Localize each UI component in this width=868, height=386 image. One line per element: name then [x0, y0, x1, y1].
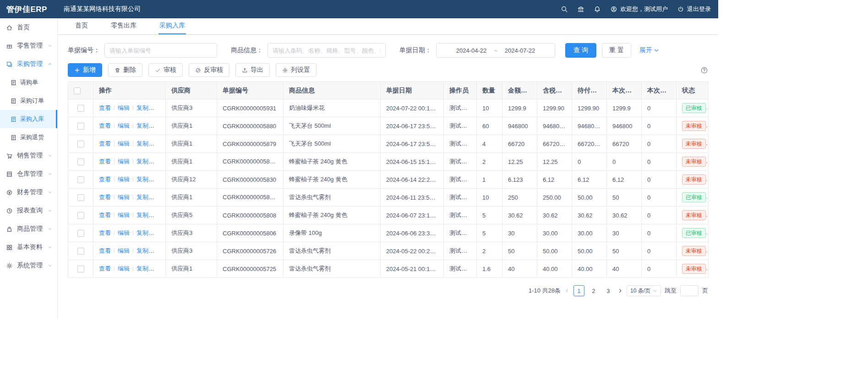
date-to[interactable]: 2024-07-22	[505, 47, 535, 54]
copy-link[interactable]: 复制	[136, 140, 154, 147]
app-logo[interactable]: 管伊佳ERP	[0, 4, 57, 15]
select-all-checkbox[interactable]	[74, 87, 81, 94]
jump-unit: 页	[702, 287, 708, 295]
copy-link[interactable]: 复制	[136, 104, 154, 111]
date-from[interactable]: 2024-04-22	[456, 47, 487, 54]
edit-link[interactable]: 编辑	[118, 176, 130, 183]
row-delete-link[interactable]: 删除	[155, 104, 166, 111]
copy-link[interactable]: 复制	[136, 247, 154, 254]
expand-filters-link[interactable]: 展开	[639, 46, 659, 54]
row-checkbox[interactable]	[77, 266, 84, 272]
search-icon[interactable]	[561, 5, 568, 13]
edit-link[interactable]: 编辑	[118, 140, 130, 147]
view-link[interactable]: 查看	[99, 104, 111, 111]
notification-bell-icon[interactable]	[594, 5, 601, 13]
edit-link[interactable]: 编辑	[118, 104, 130, 111]
filter-bar: 单据编号： 商品信息： 单据日期： 2024-04-22 ~ 2024-07-2…	[68, 43, 708, 58]
sidebar-item-retail[interactable]: 零售管理	[0, 37, 57, 55]
row-delete-link[interactable]: 删除	[155, 265, 166, 272]
view-link[interactable]: 查看	[99, 122, 111, 129]
unaudit-button[interactable]: 反审核	[189, 63, 229, 77]
row-checkbox[interactable]	[77, 248, 84, 255]
view-link[interactable]: 查看	[99, 212, 111, 218]
sidebar-item-reports[interactable]: 报表查询	[0, 201, 57, 220]
row-checkbox[interactable]	[77, 230, 84, 237]
tab-retail-outbound[interactable]: 零售出库	[110, 18, 137, 34]
row-delete-link[interactable]: 删除	[155, 158, 166, 165]
row-checkbox[interactable]	[77, 123, 84, 130]
search-button[interactable]: 查询	[565, 43, 596, 58]
copy-link[interactable]: 复制	[136, 122, 154, 129]
view-link[interactable]: 查看	[99, 176, 111, 183]
row-checkbox[interactable]	[77, 176, 84, 183]
sidebar-item-purchase-request[interactable]: 请购单	[0, 73, 57, 92]
row-delete-link[interactable]: 删除	[155, 140, 166, 147]
sidebar-item-home[interactable]: 首页	[0, 18, 57, 37]
copy-link[interactable]: 复制	[136, 176, 154, 183]
page-button-3[interactable]: 3	[603, 285, 614, 296]
page-button-2[interactable]: 2	[588, 285, 599, 296]
sidebar-item-goods[interactable]: 商品管理	[0, 220, 57, 238]
sidebar-item-purchase[interactable]: 采购管理	[0, 55, 57, 73]
view-link[interactable]: 查看	[99, 158, 111, 165]
export-button[interactable]: 导出	[235, 63, 270, 77]
jump-page-input[interactable]	[680, 285, 699, 296]
product-info-input[interactable]	[267, 43, 386, 58]
row-delete-link[interactable]: 删除	[155, 122, 166, 129]
row-checkbox[interactable]	[77, 158, 84, 165]
status-badge: 未审核	[682, 121, 706, 131]
edit-link[interactable]: 编辑	[118, 158, 130, 165]
row-checkbox[interactable]	[77, 105, 84, 112]
column-settings-button[interactable]: 列设置	[276, 63, 317, 77]
edit-link[interactable]: 编辑	[118, 212, 130, 218]
row-delete-link[interactable]: 删除	[155, 212, 166, 218]
row-delete-link[interactable]: 删除	[155, 229, 166, 236]
delete-button[interactable]: 删除	[108, 63, 142, 77]
building-icon[interactable]	[577, 5, 584, 13]
view-link[interactable]: 查看	[99, 140, 111, 147]
row-checkbox[interactable]	[77, 212, 84, 219]
bill-no-input[interactable]	[104, 43, 217, 58]
tab-purchase-inbound[interactable]: 采购入库	[158, 18, 186, 34]
row-checkbox[interactable]	[77, 141, 84, 147]
view-link[interactable]: 查看	[99, 229, 111, 236]
page-button-1[interactable]: 1	[573, 285, 584, 296]
help-icon[interactable]	[700, 66, 708, 74]
row-checkbox[interactable]	[77, 194, 84, 201]
row-delete-link[interactable]: 删除	[155, 176, 166, 183]
sidebar-item-finance[interactable]: 财务管理	[0, 183, 57, 201]
sidebar-item-purchase-order[interactable]: 采购订单	[0, 92, 57, 110]
edit-link[interactable]: 编辑	[118, 265, 130, 272]
sidebar-item-warehouse[interactable]: 仓库管理	[0, 165, 57, 183]
sidebar-item-purchase-inbound[interactable]: 采购入库	[0, 110, 57, 128]
copy-link[interactable]: 复制	[136, 194, 154, 201]
next-page-button[interactable]	[617, 288, 623, 294]
cell-paid: 66720	[607, 135, 642, 153]
copy-link[interactable]: 复制	[136, 158, 154, 165]
row-delete-link[interactable]: 删除	[155, 194, 166, 201]
view-link[interactable]: 查看	[99, 265, 111, 272]
prev-page-button[interactable]	[564, 288, 570, 294]
sidebar-item-basic-data[interactable]: 基本资料	[0, 238, 57, 256]
user-menu[interactable]: 欢迎您，测试用户	[610, 5, 668, 13]
view-link[interactable]: 查看	[99, 247, 111, 254]
audit-button[interactable]: 审核	[148, 63, 183, 77]
copy-link[interactable]: 复制	[136, 229, 154, 236]
edit-link[interactable]: 编辑	[118, 247, 130, 254]
page-size-select[interactable]: 10 条/页	[627, 285, 661, 296]
add-button[interactable]: 新增	[68, 63, 102, 77]
edit-link[interactable]: 编辑	[118, 229, 130, 236]
logout-button[interactable]: 退出登录	[677, 5, 711, 13]
copy-link[interactable]: 复制	[136, 212, 154, 218]
row-delete-link[interactable]: 删除	[155, 247, 166, 254]
view-link[interactable]: 查看	[99, 194, 111, 201]
date-range-picker[interactable]: 2024-04-22 ~ 2024-07-22	[436, 43, 555, 58]
edit-link[interactable]: 编辑	[118, 122, 130, 129]
tab-home[interactable]: 首页	[74, 18, 89, 34]
copy-link[interactable]: 复制	[136, 265, 154, 272]
edit-link[interactable]: 编辑	[118, 194, 130, 201]
sidebar-item-sales[interactable]: 销售管理	[0, 147, 57, 165]
sidebar-item-purchase-return[interactable]: 采购退货	[0, 128, 57, 147]
reset-button[interactable]: 重置	[602, 43, 631, 58]
sidebar-item-system[interactable]: 系统管理	[0, 256, 57, 275]
